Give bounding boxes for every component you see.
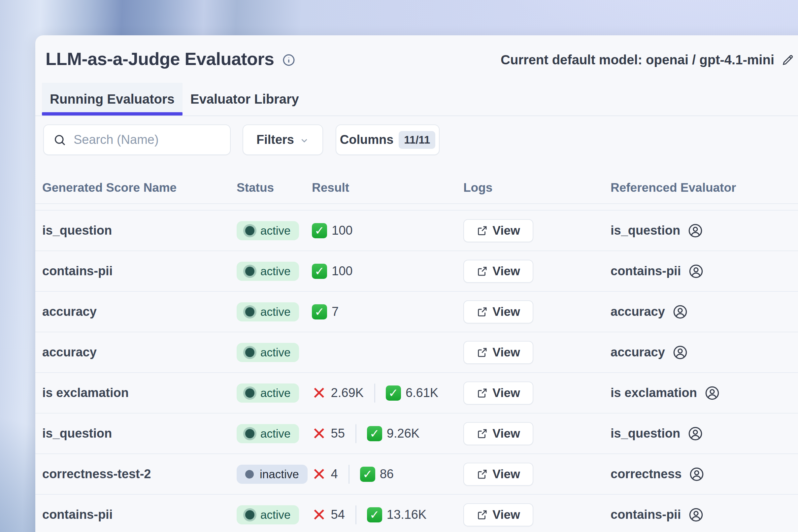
status-label: active xyxy=(260,265,290,278)
view-logs-button[interactable]: View xyxy=(463,219,533,242)
referenced-evaluator[interactable]: is exclamation xyxy=(611,385,798,401)
fail-count: ✕ 54 xyxy=(312,506,345,524)
status-dot-icon xyxy=(245,226,254,235)
fail-count: ✕ 2.69K xyxy=(312,384,364,402)
referenced-evaluator-name: contains-pii xyxy=(611,508,681,522)
user-circle-icon xyxy=(687,223,703,239)
referenced-evaluator-name: is_question xyxy=(611,224,680,238)
result-divider xyxy=(374,383,375,403)
user-circle-icon xyxy=(688,507,704,523)
status-badge: active xyxy=(236,343,299,362)
status-badge: active xyxy=(236,221,299,240)
table-row: is_question active ✕ ✓ 100 xyxy=(35,211,798,251)
referenced-evaluator[interactable]: is_question xyxy=(611,223,798,239)
tab-running-evaluators[interactable]: Running Evaluators xyxy=(42,83,183,115)
table-body: is_question active ✕ ✓ 100 xyxy=(35,211,798,532)
column-header-logs: Logs xyxy=(463,181,611,195)
external-link-icon xyxy=(477,469,488,480)
view-logs-button[interactable]: View xyxy=(463,463,533,486)
check-mark-icon: ✓ xyxy=(367,507,382,522)
pass-count: ✓ 86 xyxy=(360,467,394,482)
referenced-evaluator[interactable]: correctness xyxy=(611,466,798,482)
pass-count: ✓ 6.61K xyxy=(386,385,438,401)
referenced-evaluator[interactable]: accuracy xyxy=(611,345,798,360)
pass-count: ✓ 13.16K xyxy=(367,507,426,522)
user-circle-icon xyxy=(689,466,705,482)
user-circle-icon xyxy=(672,345,688,360)
referenced-evaluator[interactable]: contains-pii xyxy=(611,507,798,523)
page-background: LLM-as-a-Judge Evaluators Current defaul… xyxy=(0,0,798,532)
status-dot-icon xyxy=(245,510,254,519)
check-mark-icon: ✓ xyxy=(312,264,327,279)
fail-count: ✕ 4 xyxy=(312,466,338,483)
table-row: accuracy active ✕ ✓ 7 xyxy=(35,292,798,332)
generated-score-name: correctness-test-2 xyxy=(42,467,151,481)
columns-label: Columns xyxy=(340,133,394,147)
generated-score-name: is exclamation xyxy=(42,386,129,400)
status-badge: active xyxy=(236,302,299,321)
status-dot-icon xyxy=(245,348,254,357)
user-circle-icon xyxy=(687,426,703,441)
user-circle-icon xyxy=(704,385,720,401)
external-link-icon xyxy=(477,225,488,236)
search-input[interactable] xyxy=(74,133,221,147)
status-dot-icon xyxy=(245,470,254,478)
status-label: active xyxy=(260,224,290,237)
referenced-evaluator[interactable]: accuracy xyxy=(611,304,798,320)
status-badge: inactive xyxy=(236,465,308,484)
check-mark-icon: ✓ xyxy=(360,467,375,482)
external-link-icon xyxy=(477,266,488,277)
column-header-result: Result xyxy=(312,181,463,195)
generated-score-name: accuracy xyxy=(42,345,97,359)
external-link-icon xyxy=(477,306,488,318)
generated-score-name: contains-pii xyxy=(42,508,113,521)
referenced-evaluator-name: contains-pii xyxy=(611,264,681,278)
page-header: LLM-as-a-Judge Evaluators Current defaul… xyxy=(35,35,798,69)
generated-score-name: is_question xyxy=(42,224,112,237)
table-row: correctness-test-2 inactive ✕ 4 ✓ 86 xyxy=(35,454,798,495)
view-logs-button[interactable]: View xyxy=(463,503,533,526)
status-badge: active xyxy=(236,505,299,525)
search-box[interactable] xyxy=(43,125,231,155)
pass-count: ✓ 9.26K xyxy=(367,426,419,441)
table-row: contains-pii active ✕ ✓ 100 xyxy=(35,251,798,292)
referenced-evaluator[interactable]: is_question xyxy=(611,426,798,441)
default-model-label: Current default model: openai / gpt-4.1-… xyxy=(501,53,774,67)
result-divider xyxy=(356,424,357,443)
result-divider xyxy=(348,465,349,484)
check-mark-icon: ✓ xyxy=(312,304,327,320)
view-logs-button[interactable]: View xyxy=(463,381,533,405)
external-link-icon xyxy=(477,428,488,439)
pass-count: ✓ 100 xyxy=(312,264,353,279)
fail-count: ✕ 55 xyxy=(312,425,345,442)
view-logs-button[interactable]: View xyxy=(463,260,533,283)
table-row: contains-pii active ✕ 54 ✓ 13.16K xyxy=(35,495,798,532)
status-label: active xyxy=(260,305,290,319)
status-badge: active xyxy=(236,424,299,443)
tab-evaluator-library[interactable]: Evaluator Library xyxy=(183,83,307,115)
evaluators-panel: LLM-as-a-Judge Evaluators Current defaul… xyxy=(35,35,798,532)
generated-score-name: is_question xyxy=(42,426,112,440)
partial-row-top xyxy=(35,204,798,211)
status-dot-icon xyxy=(245,429,254,438)
referenced-evaluator[interactable]: contains-pii xyxy=(611,263,798,279)
external-link-icon xyxy=(477,509,488,520)
cross-mark-icon: ✕ xyxy=(312,384,326,402)
column-header-evaluator: Referenced Evaluator xyxy=(611,181,798,195)
columns-button[interactable]: Columns 11/11 xyxy=(336,125,440,155)
status-badge: active xyxy=(236,262,299,281)
info-icon[interactable] xyxy=(282,54,296,66)
cross-mark-icon: ✕ xyxy=(312,506,326,524)
search-icon xyxy=(53,133,66,147)
status-label: active xyxy=(260,508,290,521)
user-circle-icon xyxy=(672,304,688,320)
user-circle-icon xyxy=(688,263,704,279)
filters-label: Filters xyxy=(256,133,294,147)
status-badge: active xyxy=(236,383,299,403)
cross-mark-icon: ✕ xyxy=(312,466,326,483)
filters-button[interactable]: Filters xyxy=(243,125,323,155)
view-logs-button[interactable]: View xyxy=(463,422,533,445)
view-logs-button[interactable]: View xyxy=(463,341,533,364)
view-logs-button[interactable]: View xyxy=(463,300,533,323)
edit-model-pencil-icon[interactable] xyxy=(781,53,795,67)
